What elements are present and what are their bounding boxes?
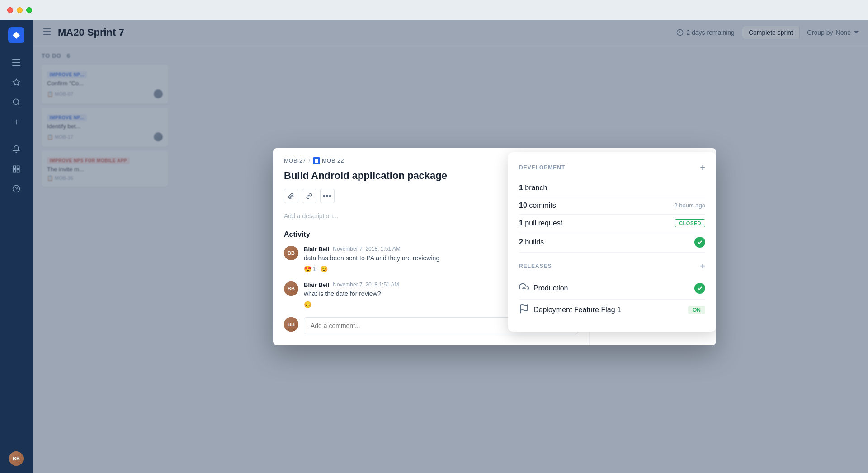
sidebar-item-menu[interactable] (8, 54, 24, 70)
breadcrumb-parent-link[interactable]: MOB-27 (284, 157, 306, 164)
releases-section: RELEASES + (519, 262, 705, 321)
svg-marker-0 (13, 32, 20, 39)
svg-marker-4 (13, 79, 20, 85)
production-row[interactable]: Production (519, 278, 705, 300)
sidebar: BB (0, 20, 33, 473)
minimize-window-button[interactable] (17, 7, 23, 13)
branch-row[interactable]: 1 branch (519, 179, 705, 197)
dev-section-header: DEVELOPMENT + (519, 163, 705, 172)
production-status-icon (694, 283, 705, 294)
breadcrumb-separator: / (308, 157, 310, 164)
builds-label: 2 builds (519, 238, 544, 246)
link-button[interactable] (302, 189, 316, 203)
production-name: Production (533, 284, 568, 292)
branch-label: 1 branch (519, 184, 547, 192)
svg-rect-9 (13, 166, 15, 168)
sidebar-item-create[interactable] (8, 114, 24, 130)
issue-type-icon (313, 157, 320, 164)
main-content: MA20 Sprint 7 2 days remaining Complete … (33, 20, 868, 473)
pull-request-status: CLOSED (675, 219, 705, 227)
activity-title: Activity (284, 230, 310, 239)
builds-row[interactable]: 2 builds (519, 232, 705, 253)
add-comment-avatar: BB (284, 317, 298, 332)
fullscreen-window-button[interactable] (26, 7, 32, 13)
commits-time: 2 hours ago (674, 202, 705, 209)
svg-rect-12 (17, 170, 19, 172)
releases-section-title: RELEASES (519, 263, 552, 269)
flag-icon (519, 304, 529, 316)
releases-add-button[interactable]: + (700, 262, 705, 271)
builds-status-icon (694, 237, 705, 248)
pull-request-label: 1 pull request (519, 219, 562, 227)
svg-rect-1 (12, 59, 20, 60)
releases-section-header: RELEASES + (519, 262, 705, 271)
app-container: BB MA20 Sprint 7 2 days remai (0, 20, 868, 473)
feature-flag-name: Deployment Feature Flag 1 (533, 306, 621, 314)
app-logo[interactable] (8, 27, 24, 43)
feature-flag-row[interactable]: Deployment Feature Flag 1 ON (519, 300, 705, 321)
sidebar-item-grid[interactable] (8, 161, 24, 177)
svg-rect-2 (12, 62, 20, 63)
svg-line-6 (18, 103, 19, 105)
development-popup: DEVELOPMENT + 1 branch 10 commits (508, 152, 716, 332)
attach-button[interactable] (284, 189, 298, 203)
comment-avatar-2: BB (284, 281, 298, 296)
feature-flag-status: ON (688, 306, 705, 314)
svg-rect-20 (315, 159, 318, 163)
close-window-button[interactable] (7, 7, 13, 13)
sidebar-item-help[interactable] (8, 181, 24, 197)
comment-avatar-1: BB (284, 246, 298, 260)
cloud-upload-icon (519, 282, 529, 295)
sidebar-item-notifications[interactable] (8, 141, 24, 157)
sidebar-item-search[interactable] (8, 94, 24, 110)
development-add-button[interactable]: + (700, 163, 705, 172)
commits-label: 10 commits (519, 201, 556, 210)
svg-point-5 (13, 99, 19, 104)
commits-row[interactable]: 10 commits 2 hours ago (519, 197, 705, 215)
pull-request-row[interactable]: 1 pull request CLOSED (519, 215, 705, 232)
svg-rect-11 (13, 170, 15, 172)
user-avatar[interactable]: BB (9, 451, 24, 466)
sidebar-item-favorites[interactable] (8, 74, 24, 90)
window-chrome (0, 0, 868, 20)
svg-rect-10 (17, 166, 19, 168)
issue-modal: MOB-27 / MOB-22 (273, 148, 716, 345)
svg-rect-3 (12, 65, 20, 66)
more-toolbar-button[interactable]: ••• (320, 189, 335, 203)
breadcrumb-current: MOB-22 (313, 157, 344, 164)
development-section-title: DEVELOPMENT (519, 164, 565, 171)
